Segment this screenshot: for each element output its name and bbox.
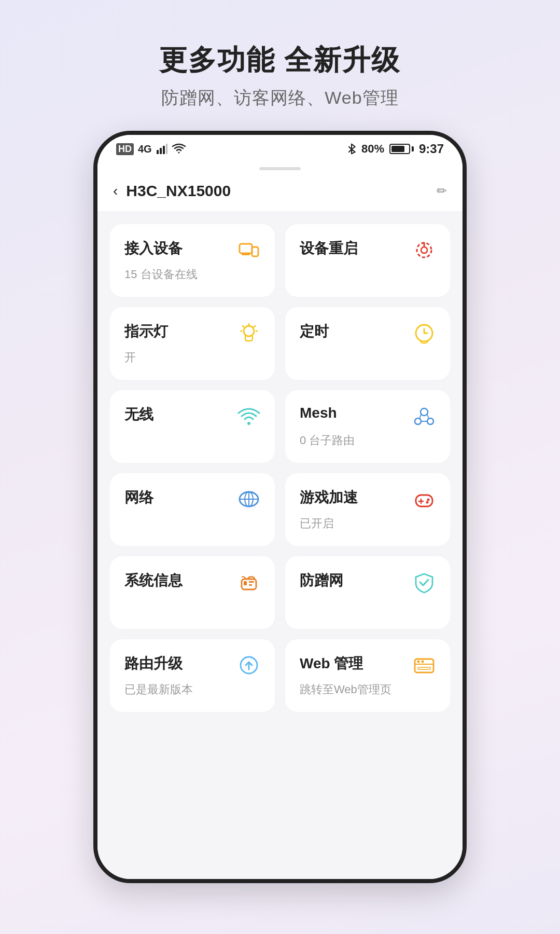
svg-rect-28 [416,495,432,506]
card-wireless-title: 无线 [124,405,153,424]
card-sysinfo[interactable]: 系统信息 [110,556,275,629]
card-timer-title: 定时 [300,322,329,341]
signal-4g: 4G [138,143,152,155]
card-timer[interactable]: 定时 [285,307,450,380]
wifi-status-icon [172,143,186,155]
card-webmgmt-sub: 跳转至Web管理页 [300,682,436,697]
svg-line-22 [427,415,429,419]
sysinfo-icon [237,571,260,594]
card-parental-title: 防蹭网 [300,571,343,590]
battery-icon [389,144,414,154]
reboot-icon [413,239,436,262]
card-parental[interactable]: 防蹭网 [285,556,450,629]
status-right: 80% 9:37 [347,142,444,156]
shield-icon [413,571,436,594]
card-led[interactable]: 指示灯 开 [110,307,275,380]
wifi-icon [237,405,260,428]
card-network[interactable]: 网络 [110,473,275,546]
gaming-icon [413,488,436,511]
svg-point-32 [426,501,429,504]
network-icon [237,488,260,511]
svg-point-17 [247,422,250,425]
back-button[interactable]: ‹ [113,183,118,199]
card-devices-sub: 15 台设备在线 [124,267,260,282]
upgrade-icon [237,654,260,677]
time: 9:37 [419,142,444,156]
card-mesh-title: Mesh [300,405,337,421]
svg-line-21 [419,415,421,419]
svg-rect-43 [418,667,430,669]
svg-rect-5 [242,253,250,255]
led-icon [237,322,260,345]
card-network-title: 网络 [124,488,153,507]
svg-point-41 [417,661,420,663]
svg-point-8 [421,247,427,253]
card-gaming[interactable]: 游戏加速 已开启 [285,473,450,546]
svg-rect-6 [252,247,258,256]
app-bar: ‹ H3C_NX15000 ✏ [97,170,463,212]
svg-rect-36 [249,584,252,586]
device-icon [237,239,260,262]
card-webmgmt[interactable]: Web 管理 跳转至Web管理页 [285,639,450,712]
card-gaming-sub: 已开启 [300,516,436,531]
card-mesh[interactable]: Mesh 0 台子路由 [285,390,450,463]
card-webmgmt-title: Web 管理 [300,654,363,674]
page-subtitle: 防蹭网、访客网络、Web管理 [159,86,400,110]
card-upgrade-sub: 已是最新版本 [124,682,260,697]
card-led-title: 指示灯 [124,322,168,341]
svg-point-20 [427,418,433,424]
svg-rect-0 [157,150,159,154]
hd-badge: HD [116,143,134,155]
svg-line-12 [254,326,255,327]
bluetooth-icon [347,143,356,155]
card-sysinfo-title: 系统信息 [124,571,183,590]
card-grid: 接入设备 15 台设备在线 设备重启 [110,224,450,712]
svg-rect-35 [249,581,254,583]
card-devices[interactable]: 接入设备 15 台设备在线 [110,224,275,297]
svg-rect-3 [166,144,167,154]
web-icon [413,654,436,677]
svg-point-42 [422,661,424,663]
svg-rect-1 [160,148,162,154]
edit-icon[interactable]: ✏ [437,184,447,198]
svg-rect-2 [163,146,165,154]
page-title: 更多功能 全新升级 [159,42,400,78]
svg-rect-34 [244,581,247,585]
battery-pct: 80% [361,142,384,156]
app-bar-title: H3C_NX15000 [126,182,430,200]
svg-point-19 [415,418,421,424]
svg-point-31 [427,499,430,501]
svg-point-10 [244,326,254,336]
card-reboot-title: 设备重启 [300,239,358,258]
timer-icon [413,322,436,345]
card-wireless[interactable]: 无线 [110,390,275,463]
card-upgrade-title: 路由升级 [124,654,183,674]
card-reboot[interactable]: 设备重启 [285,224,450,297]
card-mesh-sub: 0 台子路由 [300,433,436,448]
signal-bars-icon [156,143,167,155]
svg-point-18 [421,408,428,416]
card-gaming-title: 游戏加速 [300,488,358,507]
phone-shell: HD 4G 80% [93,131,467,883]
content-area: 接入设备 15 台设备在线 设备重启 [97,212,463,879]
card-led-sub: 开 [124,350,260,365]
svg-line-13 [243,326,244,327]
status-left: HD 4G [116,143,186,155]
page-header: 更多功能 全新升级 防蹭网、访客网络、Web管理 [159,42,400,110]
card-devices-title: 接入设备 [124,239,183,258]
card-upgrade[interactable]: 路由升级 已是最新版本 [110,639,275,712]
status-bar: HD 4G 80% [97,135,463,163]
svg-rect-4 [240,244,252,253]
mesh-icon [413,405,436,428]
